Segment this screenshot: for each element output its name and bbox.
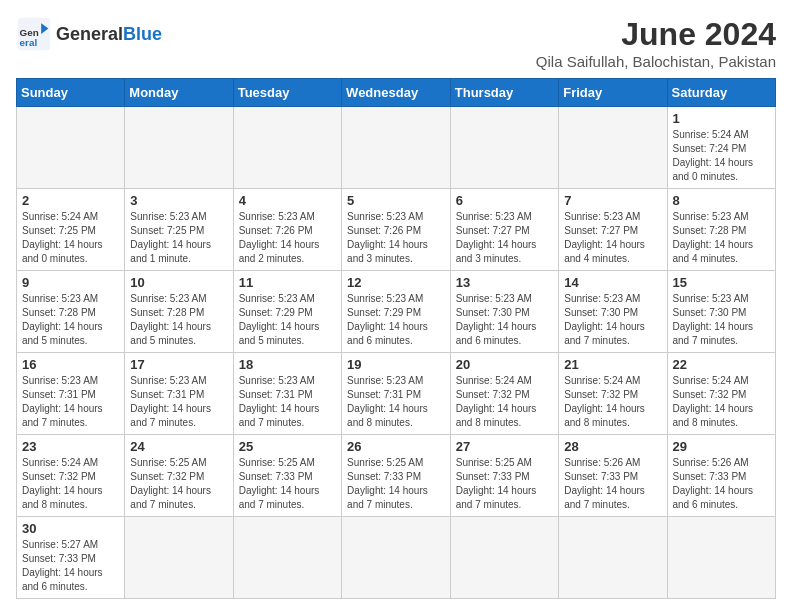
day-number: 10 — [130, 275, 227, 290]
calendar-day: 12Sunrise: 5:23 AM Sunset: 7:29 PM Dayli… — [342, 271, 451, 353]
calendar-day — [342, 107, 451, 189]
calendar-day: 5Sunrise: 5:23 AM Sunset: 7:26 PM Daylig… — [342, 189, 451, 271]
day-number: 21 — [564, 357, 661, 372]
calendar-day: 2Sunrise: 5:24 AM Sunset: 7:25 PM Daylig… — [17, 189, 125, 271]
day-info: Sunrise: 5:24 AM Sunset: 7:25 PM Dayligh… — [22, 210, 119, 266]
title-area: June 2024 Qila Saifullah, Balochistan, P… — [536, 16, 776, 70]
calendar-subtitle: Qila Saifullah, Balochistan, Pakistan — [536, 53, 776, 70]
day-number: 5 — [347, 193, 445, 208]
calendar-day: 16Sunrise: 5:23 AM Sunset: 7:31 PM Dayli… — [17, 353, 125, 435]
calendar-day: 11Sunrise: 5:23 AM Sunset: 7:29 PM Dayli… — [233, 271, 341, 353]
header-tuesday: Tuesday — [233, 79, 341, 107]
calendar-day — [233, 517, 341, 599]
day-info: Sunrise: 5:24 AM Sunset: 7:24 PM Dayligh… — [673, 128, 771, 184]
calendar-day: 28Sunrise: 5:26 AM Sunset: 7:33 PM Dayli… — [559, 435, 667, 517]
calendar-day: 1Sunrise: 5:24 AM Sunset: 7:24 PM Daylig… — [667, 107, 776, 189]
header-wednesday: Wednesday — [342, 79, 451, 107]
day-number: 8 — [673, 193, 771, 208]
calendar-header-row: Sunday Monday Tuesday Wednesday Thursday… — [17, 79, 776, 107]
calendar-day: 9Sunrise: 5:23 AM Sunset: 7:28 PM Daylig… — [17, 271, 125, 353]
day-number: 11 — [239, 275, 336, 290]
calendar-day — [125, 517, 233, 599]
day-number: 29 — [673, 439, 771, 454]
calendar-day — [450, 107, 558, 189]
day-number: 13 — [456, 275, 553, 290]
calendar-day: 10Sunrise: 5:23 AM Sunset: 7:28 PM Dayli… — [125, 271, 233, 353]
day-info: Sunrise: 5:26 AM Sunset: 7:33 PM Dayligh… — [564, 456, 661, 512]
svg-text:eral: eral — [20, 37, 38, 48]
header-monday: Monday — [125, 79, 233, 107]
day-info: Sunrise: 5:25 AM Sunset: 7:33 PM Dayligh… — [347, 456, 445, 512]
calendar-day — [667, 517, 776, 599]
day-info: Sunrise: 5:23 AM Sunset: 7:29 PM Dayligh… — [347, 292, 445, 348]
calendar-day: 26Sunrise: 5:25 AM Sunset: 7:33 PM Dayli… — [342, 435, 451, 517]
day-number: 12 — [347, 275, 445, 290]
calendar-day: 22Sunrise: 5:24 AM Sunset: 7:32 PM Dayli… — [667, 353, 776, 435]
logo-text: GeneralBlue — [56, 24, 162, 44]
calendar-table: Sunday Monday Tuesday Wednesday Thursday… — [16, 78, 776, 599]
calendar-day: 7Sunrise: 5:23 AM Sunset: 7:27 PM Daylig… — [559, 189, 667, 271]
day-info: Sunrise: 5:23 AM Sunset: 7:31 PM Dayligh… — [130, 374, 227, 430]
day-number: 26 — [347, 439, 445, 454]
day-number: 15 — [673, 275, 771, 290]
calendar-week-row: 1Sunrise: 5:24 AM Sunset: 7:24 PM Daylig… — [17, 107, 776, 189]
day-number: 18 — [239, 357, 336, 372]
day-info: Sunrise: 5:23 AM Sunset: 7:28 PM Dayligh… — [130, 292, 227, 348]
calendar-day — [559, 107, 667, 189]
day-info: Sunrise: 5:23 AM Sunset: 7:30 PM Dayligh… — [456, 292, 553, 348]
calendar-day: 18Sunrise: 5:23 AM Sunset: 7:31 PM Dayli… — [233, 353, 341, 435]
day-number: 24 — [130, 439, 227, 454]
day-info: Sunrise: 5:24 AM Sunset: 7:32 PM Dayligh… — [673, 374, 771, 430]
calendar-day — [233, 107, 341, 189]
day-info: Sunrise: 5:25 AM Sunset: 7:33 PM Dayligh… — [456, 456, 553, 512]
day-number: 1 — [673, 111, 771, 126]
day-info: Sunrise: 5:26 AM Sunset: 7:33 PM Dayligh… — [673, 456, 771, 512]
calendar-day: 14Sunrise: 5:23 AM Sunset: 7:30 PM Dayli… — [559, 271, 667, 353]
calendar-day: 25Sunrise: 5:25 AM Sunset: 7:33 PM Dayli… — [233, 435, 341, 517]
calendar-day: 19Sunrise: 5:23 AM Sunset: 7:31 PM Dayli… — [342, 353, 451, 435]
day-number: 19 — [347, 357, 445, 372]
day-info: Sunrise: 5:25 AM Sunset: 7:33 PM Dayligh… — [239, 456, 336, 512]
day-info: Sunrise: 5:23 AM Sunset: 7:30 PM Dayligh… — [673, 292, 771, 348]
header: Gen eral GeneralBlue June 2024 Qila Saif… — [16, 16, 776, 70]
logo: Gen eral GeneralBlue — [16, 16, 162, 52]
day-info: Sunrise: 5:23 AM Sunset: 7:27 PM Dayligh… — [564, 210, 661, 266]
day-info: Sunrise: 5:23 AM Sunset: 7:31 PM Dayligh… — [347, 374, 445, 430]
calendar-day: 30Sunrise: 5:27 AM Sunset: 7:33 PM Dayli… — [17, 517, 125, 599]
calendar-week-row: 30Sunrise: 5:27 AM Sunset: 7:33 PM Dayli… — [17, 517, 776, 599]
calendar-day: 6Sunrise: 5:23 AM Sunset: 7:27 PM Daylig… — [450, 189, 558, 271]
day-info: Sunrise: 5:23 AM Sunset: 7:25 PM Dayligh… — [130, 210, 227, 266]
header-saturday: Saturday — [667, 79, 776, 107]
calendar-day — [125, 107, 233, 189]
day-number: 6 — [456, 193, 553, 208]
calendar-day: 15Sunrise: 5:23 AM Sunset: 7:30 PM Dayli… — [667, 271, 776, 353]
day-number: 2 — [22, 193, 119, 208]
logo-icon: Gen eral — [16, 16, 52, 52]
day-info: Sunrise: 5:25 AM Sunset: 7:32 PM Dayligh… — [130, 456, 227, 512]
day-info: Sunrise: 5:23 AM Sunset: 7:28 PM Dayligh… — [673, 210, 771, 266]
day-info: Sunrise: 5:23 AM Sunset: 7:30 PM Dayligh… — [564, 292, 661, 348]
calendar-day: 17Sunrise: 5:23 AM Sunset: 7:31 PM Dayli… — [125, 353, 233, 435]
day-info: Sunrise: 5:24 AM Sunset: 7:32 PM Dayligh… — [22, 456, 119, 512]
day-info: Sunrise: 5:23 AM Sunset: 7:27 PM Dayligh… — [456, 210, 553, 266]
calendar-day: 20Sunrise: 5:24 AM Sunset: 7:32 PM Dayli… — [450, 353, 558, 435]
calendar-day: 27Sunrise: 5:25 AM Sunset: 7:33 PM Dayli… — [450, 435, 558, 517]
day-number: 14 — [564, 275, 661, 290]
day-number: 3 — [130, 193, 227, 208]
day-number: 7 — [564, 193, 661, 208]
calendar-title: June 2024 — [536, 16, 776, 53]
calendar-day: 3Sunrise: 5:23 AM Sunset: 7:25 PM Daylig… — [125, 189, 233, 271]
day-number: 17 — [130, 357, 227, 372]
day-number: 22 — [673, 357, 771, 372]
header-thursday: Thursday — [450, 79, 558, 107]
day-number: 20 — [456, 357, 553, 372]
day-number: 30 — [22, 521, 119, 536]
calendar-week-row: 2Sunrise: 5:24 AM Sunset: 7:25 PM Daylig… — [17, 189, 776, 271]
day-number: 25 — [239, 439, 336, 454]
day-info: Sunrise: 5:24 AM Sunset: 7:32 PM Dayligh… — [564, 374, 661, 430]
calendar-day: 29Sunrise: 5:26 AM Sunset: 7:33 PM Dayli… — [667, 435, 776, 517]
header-friday: Friday — [559, 79, 667, 107]
calendar-day: 13Sunrise: 5:23 AM Sunset: 7:30 PM Dayli… — [450, 271, 558, 353]
calendar-day: 8Sunrise: 5:23 AM Sunset: 7:28 PM Daylig… — [667, 189, 776, 271]
day-info: Sunrise: 5:27 AM Sunset: 7:33 PM Dayligh… — [22, 538, 119, 594]
